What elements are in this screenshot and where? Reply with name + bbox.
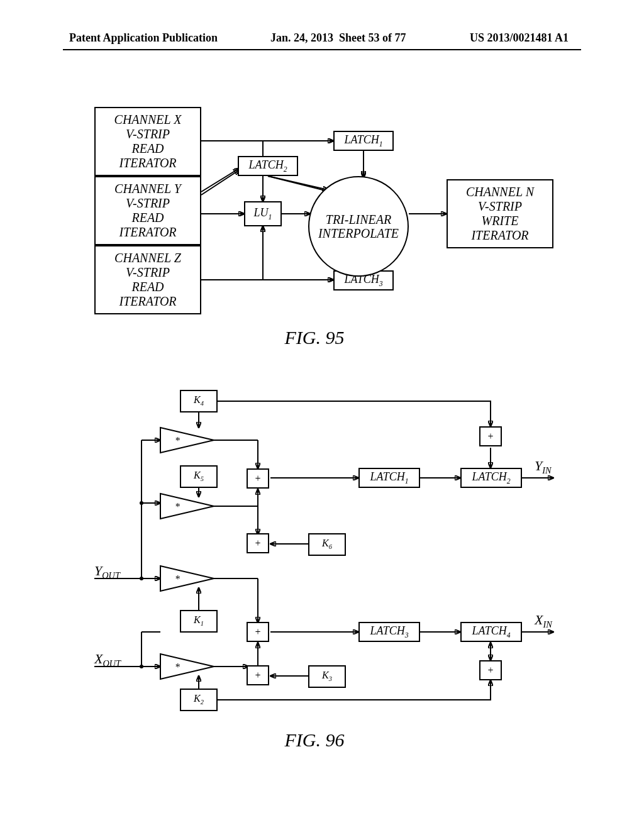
fig95-channel-x: CHANNEL X V-STRIP READ ITERATOR — [94, 107, 201, 176]
fig95-channel-z: CHANNEL Z V-STRIP READ ITERATOR — [94, 245, 201, 314]
fig96-k1: K1 — [180, 610, 218, 633]
svg-point-38 — [140, 665, 143, 668]
fig96-k6: K6 — [308, 533, 346, 556]
svg-text:*: * — [175, 435, 180, 446]
svg-text:*: * — [175, 501, 180, 512]
svg-line-2 — [201, 170, 240, 195]
fig96-latch2: LATCH2 — [460, 468, 522, 488]
fig96-k4: K4 — [180, 390, 218, 412]
svg-marker-64 — [160, 428, 214, 453]
fig96-add3: + — [247, 622, 269, 642]
fig96-yin-label: YIN — [535, 458, 552, 476]
fig95-interpolate: TRI-LINEAR INTERPOLATE — [308, 176, 409, 277]
fig96-latch3: LATCH3 — [358, 622, 420, 642]
svg-line-6 — [268, 176, 330, 192]
fig96-k5: K5 — [180, 465, 218, 488]
fig96-add5: + — [479, 426, 502, 446]
fig95-lu1: LU1 — [244, 201, 282, 226]
fig96-add6: + — [479, 660, 502, 680]
page-header: Patent Application Publication Jan. 24, … — [0, 31, 644, 49]
fig95-channel-y: CHANNEL Y V-STRIP READ ITERATOR — [94, 176, 201, 245]
fig96-xout-label: XOUT — [94, 651, 121, 669]
fig95-latch2: LATCH2 — [238, 156, 298, 176]
svg-point-32 — [140, 501, 143, 505]
svg-line-20 — [201, 169, 239, 192]
svg-text:*: * — [175, 573, 180, 584]
fig96-k2: K2 — [180, 689, 218, 711]
hdr-left: Patent Application Publication — [69, 31, 218, 45]
fig96-add2: + — [247, 533, 269, 553]
fig96-xin-label: XIN — [535, 612, 552, 630]
svg-marker-66 — [160, 494, 214, 519]
fig96-yout-label: YOUT — [94, 563, 120, 581]
fig96-add1: + — [247, 468, 269, 489]
svg-text:*: * — [175, 661, 180, 672]
svg-point-31 — [140, 577, 143, 580]
fig96-latch4: LATCH4 — [460, 622, 522, 642]
fig96-add4: + — [247, 665, 269, 685]
fig96-caption: FIG. 96 — [252, 729, 377, 751]
svg-marker-68 — [160, 566, 214, 591]
svg-line-24 — [268, 176, 328, 190]
fig95-caption: FIG. 95 — [252, 327, 377, 348]
fig96-latch1: LATCH1 — [358, 468, 420, 488]
fig96-k3: K3 — [308, 665, 346, 688]
hdr-rule — [63, 49, 581, 50]
hdr-right: US 2013/0021481 A1 — [470, 31, 569, 45]
svg-marker-70 — [160, 654, 214, 679]
hdr-mid: Jan. 24, 2013 Sheet 53 of 77 — [270, 31, 406, 45]
fig95-latch1: LATCH1 — [333, 131, 394, 151]
fig95-channel-n: CHANNEL N V-STRIP WRITE ITERATOR — [447, 179, 553, 248]
